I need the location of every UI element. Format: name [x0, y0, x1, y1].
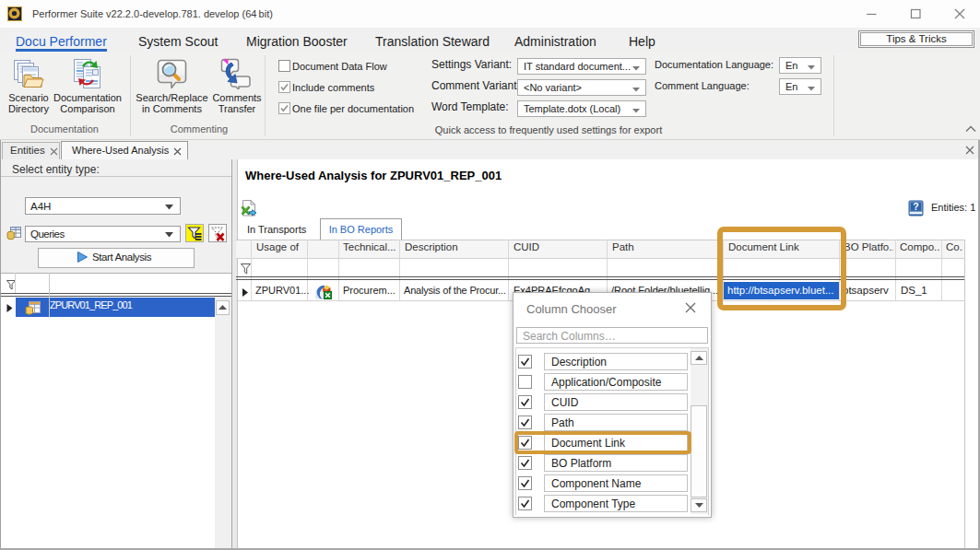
svg-text:?: ?	[913, 201, 918, 212]
